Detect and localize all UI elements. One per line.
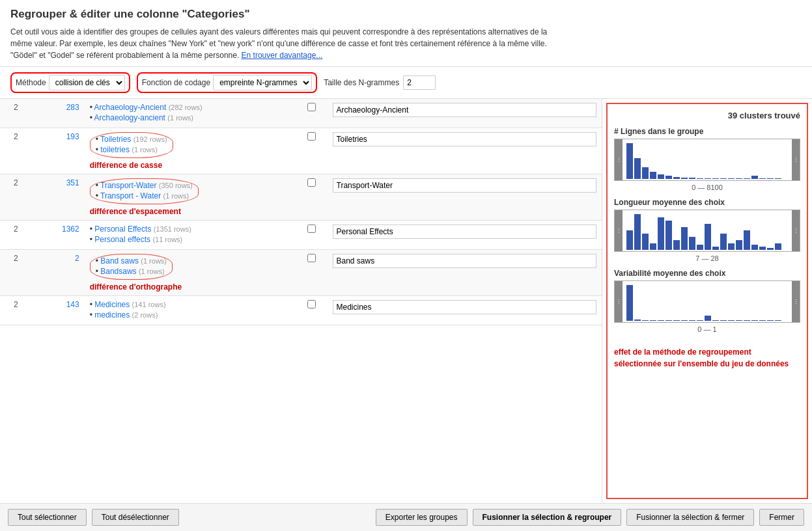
row-items: Toiletries (192 rows)toiletries (1 rows)… [85,128,296,174]
chart-bar [712,178,719,179]
ngramme-label: Taille des N-grammes [324,78,399,87]
item-link[interactable]: Archaeology-ancient [94,113,165,122]
item-link[interactable]: Personal Effects [94,225,151,234]
chart-bar [751,320,758,321]
chart-bar [767,320,774,321]
function-group: Fonction de codage empreinte N-grammes [137,72,317,93]
row-checkbox-input[interactable] [307,132,316,141]
chart-bar [705,316,711,321]
bottom-bar-right: Exporter les groupes Fusionner la sélect… [376,509,804,526]
row-checkbox[interactable] [296,174,328,221]
ngramme-group: Taille des N-grammes 2 [324,75,436,90]
chart-bar [744,178,750,179]
table-row: 21362Personal Effects (1351 rows)Persona… [0,221,602,250]
row-value-input[interactable] [333,178,597,193]
chart-bar [759,320,766,321]
chart-bar [775,178,781,179]
item-link[interactable]: Archaeology-Ancient [94,103,167,112]
page-title: Regrouper & éditer une colonne "Categori… [10,8,802,21]
row-total: 283 [32,99,85,128]
method-label: Méthode [16,78,46,87]
deselect-all-button[interactable]: Tout désélectionner [92,509,179,526]
merge-close-button[interactable]: Fusionner la sélection & fermer [626,509,754,526]
chart-bar [689,178,695,179]
chart1-range: 0 — 8100 [614,184,800,191]
ngramme-input[interactable]: 2 [403,75,436,90]
chart-bar [697,178,703,179]
chart-bar [767,178,774,179]
row-checkbox[interactable] [296,221,328,250]
item-link[interactable]: Bandsaws [100,267,136,276]
description-text: Cet outil vous aide à identifier des gro… [10,26,564,61]
row-value-input[interactable] [333,103,597,117]
chart-variability: Variabilité moyenne des choix ⋮ ⋮ 0 — 1 [614,269,800,333]
method-select[interactable]: collision de clés [49,75,125,90]
chart-bar [736,178,742,179]
row-input-cell [328,174,602,221]
chart3-title: Variabilité moyenne des choix [614,269,800,278]
item-link[interactable]: Personal effects [94,235,150,244]
merge-regroup-button[interactable]: Fusionner la sélection & regrouper [473,509,622,526]
row-value-input[interactable] [333,300,597,314]
toolbar: Méthode collision de clés Fonction de co… [0,67,812,99]
chart3-handle-right[interactable]: ⋮ [792,281,800,322]
chart2-handle-left[interactable]: ⋮ [615,210,623,251]
chart-bar [689,320,695,321]
method-group: Méthode collision de clés [10,72,130,93]
chart-bar [658,320,664,321]
select-all-button[interactable]: Tout sélectionner [8,509,87,526]
row-checkbox[interactable] [296,296,328,325]
chart-bar [720,234,727,250]
chart1-handle-right[interactable]: ⋮ [792,139,800,180]
chart-bar [775,243,781,250]
item-link[interactable]: Transport-Water [100,181,156,190]
chart-bar [673,177,680,179]
item-link[interactable]: Transport - Water [100,191,161,200]
chart-bar [650,320,656,321]
chart-bar [744,230,750,250]
row-total: 351 [32,174,85,221]
row-checkbox[interactable] [296,128,328,174]
row-value-input[interactable] [333,132,597,146]
item-link[interactable]: Band saws [100,256,139,266]
close-button[interactable]: Fermer [759,509,804,526]
chart3-handle-left[interactable]: ⋮ [615,281,623,322]
row-count: 2 [0,174,32,221]
chart-bar [720,320,727,321]
chart-bar [626,285,633,321]
row-checkbox-input[interactable] [307,103,316,111]
chart-bar [736,240,742,250]
item-link[interactable]: toiletries [100,145,130,154]
chart-bar [665,221,672,250]
row-input-cell [328,128,602,174]
item-link[interactable]: Medicines [94,300,130,309]
row-items: Transport-Water (350 rows)Transport - Wa… [85,174,296,221]
annotation-text: différence d'orthographe [90,282,290,292]
learn-more-link[interactable]: En trouver davantage... [242,51,323,60]
row-value-input[interactable] [333,254,597,268]
row-checkbox[interactable] [296,99,328,128]
row-checkbox-input[interactable] [307,254,316,262]
row-total: 1362 [32,221,85,250]
row-value-input[interactable] [333,225,597,239]
row-total: 143 [32,296,85,325]
row-input-cell [328,221,602,250]
chart-bar [634,320,641,321]
chart-bar [697,320,703,321]
row-checkbox-input[interactable] [307,300,316,308]
chart1-handle-left[interactable]: ⋮ [615,139,623,180]
row-checkbox[interactable] [296,250,328,296]
function-select[interactable]: empreinte N-grammes [213,75,312,90]
row-count: 2 [0,221,32,250]
row-checkbox-input[interactable] [307,178,316,187]
chart-length: Longueur moyenne des choix ⋮ ⋮ 7 — 28 [614,198,800,262]
row-checkbox-input[interactable] [307,225,316,233]
export-button[interactable]: Exporter les groupes [376,509,468,526]
chart-bar [681,227,688,250]
row-items: Band saws (1 rows)Bandsaws (1 rows)diffé… [85,250,296,296]
chart-bar [650,172,656,179]
row-input-cell [328,250,602,296]
chart2-handle-right[interactable]: ⋮ [792,210,800,251]
item-link[interactable]: Toiletries [100,135,131,144]
item-link[interactable]: medicines [94,310,130,320]
